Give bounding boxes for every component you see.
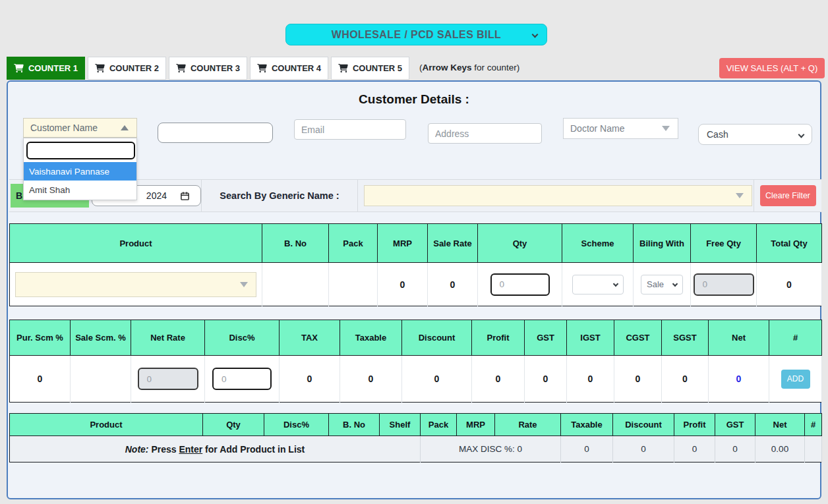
max-disc-cell: MAX DISC %: 0 (421, 436, 561, 462)
tab-counter-2[interactable]: COUNTER 2 (88, 57, 166, 80)
cgst-cell: 0 (614, 356, 662, 403)
tab-label: COUNTER 5 (353, 63, 402, 73)
triangle-up-icon (121, 125, 129, 130)
free-qty-input[interactable] (694, 273, 754, 296)
total-gst-cell: 0 (715, 436, 755, 462)
qty-cell (478, 263, 562, 306)
col-qty: Qty (203, 414, 264, 436)
tab-label: COUNTER 1 (28, 63, 78, 73)
generic-label-cell: Search By Generic Name : (202, 180, 358, 211)
col-disc: Disc% (205, 320, 280, 356)
pack-cell (329, 263, 378, 306)
pur-scm-cell: 0 (10, 356, 71, 403)
cart-icon (338, 64, 348, 72)
mrp-cell: 0 (378, 263, 428, 306)
tab-label: COUNTER 4 (272, 63, 321, 73)
col-pur-scm: Pur. Scm % (10, 320, 71, 356)
sale-scm-cell (71, 356, 131, 403)
customer-option-highlighted[interactable]: Vaishanavi Pannase (24, 162, 136, 181)
customer-details-heading: Customer Details : (8, 92, 820, 107)
tab-counter-1[interactable]: COUNTER 1 (7, 57, 85, 80)
customer-name-dropdown[interactable]: Customer Name (23, 118, 137, 138)
col-taxable: Taxable (340, 320, 402, 356)
biling-with-cell: Sale (634, 263, 691, 306)
sales-bill-page: WHOLESALE / PCD SALES BILL COUNTER 1 COU… (0, 0, 828, 504)
scheme-select[interactable] (572, 275, 624, 294)
net-rate-input[interactable] (138, 368, 198, 390)
chevron-down-icon (672, 281, 678, 286)
chevron-down-icon (612, 281, 618, 286)
col-taxable: Taxable (561, 414, 613, 436)
col-igst: IGST (567, 320, 614, 356)
col-discount: Discount (613, 414, 674, 436)
col-disc: Disc% (264, 414, 329, 436)
col-sgst: SGST (662, 320, 709, 356)
enter-key-label: Enter (179, 444, 202, 455)
tax-cell: 0 (280, 356, 340, 403)
total-qty-cell: 0 (757, 263, 822, 306)
note-cell: Note: Press Enter for Add Product in Lis… (10, 436, 421, 462)
tab-counter-3[interactable]: COUNTER 3 (169, 57, 247, 80)
tab-counter-5[interactable]: COUNTER 5 (331, 57, 409, 80)
tab-counter-4[interactable]: COUNTER 4 (250, 57, 328, 80)
col-net-rate: Net Rate (131, 320, 205, 356)
taxable-cell: 0 (340, 356, 402, 403)
chevron-down-icon (798, 131, 805, 138)
product-select-dropdown[interactable] (15, 272, 256, 297)
add-button[interactable]: ADD (781, 370, 810, 389)
total-net-cell: 0.00 (755, 436, 805, 462)
col-total-qty: Total Qty (757, 224, 822, 263)
table-row: 0 0 Sale (10, 263, 822, 306)
disc-input[interactable] (212, 368, 272, 390)
counter-tabs: COUNTER 1 COUNTER 2 COUNTER 3 COUNTER 4 … (7, 57, 409, 80)
triangle-down-icon (736, 193, 744, 198)
col-cgst: CGST (614, 320, 662, 356)
customer-name-input[interactable] (158, 123, 273, 143)
sale-rate-cell: 0 (428, 263, 478, 306)
col-biling-with: Biling With (634, 224, 691, 263)
triangle-down-icon (662, 126, 670, 131)
product-entry-table: Product B. No Pack MRP Sale Rate Qty Sch… (9, 223, 822, 306)
b-no-cell (262, 263, 329, 306)
calendar-icon[interactable] (180, 191, 190, 201)
clear-filter-button[interactable]: Cleare Filter (760, 185, 816, 206)
counter-keys-hint: (Arrow Keys for counter) (419, 63, 519, 72)
table-footer-row: Note: Press Enter for Add Product in Lis… (10, 436, 822, 462)
col-rate: Rate (495, 414, 561, 436)
table-header-row: Product Qty Disc% B. No Shelf Pack MRP R… (10, 414, 822, 436)
chevron-down-icon (532, 32, 539, 38)
product-list-table: Product Qty Disc% B. No Shelf Pack MRP R… (9, 413, 822, 462)
col-net: Net (755, 414, 805, 436)
col-profit: Profit (472, 320, 525, 356)
col-b-no: B. No (329, 414, 380, 436)
col-mrp: MRP (378, 224, 428, 263)
note-label: Note: (125, 444, 149, 455)
customer-search-input[interactable] (26, 142, 135, 159)
cart-icon (176, 64, 186, 72)
free-qty-cell (691, 263, 757, 306)
address-field[interactable] (428, 123, 542, 144)
col-qty: Qty (478, 224, 562, 263)
col-product: Product (10, 224, 262, 263)
total-taxable-cell: 0 (561, 436, 613, 462)
bill-type-select[interactable]: WHOLESALE / PCD SALES BILL (285, 24, 547, 45)
view-sales-button[interactable]: VIEW SALES (ALT + Q) (719, 58, 825, 78)
generic-name-dropdown[interactable] (364, 185, 752, 206)
payment-type-select[interactable]: Cash (698, 124, 812, 145)
igst-cell: 0 (567, 356, 614, 403)
net-rate-cell (131, 356, 205, 403)
qty-input[interactable] (490, 273, 550, 296)
generic-dropdown-cell (358, 180, 754, 211)
biling-with-select[interactable]: Sale (641, 275, 683, 294)
col-net: Net (709, 320, 769, 356)
doctor-name-dropdown[interactable]: Doctor Name (563, 118, 678, 139)
col-gst: GST (715, 414, 755, 436)
col-product: Product (10, 414, 203, 436)
email-field[interactable] (294, 119, 406, 140)
total-profit-cell: 0 (674, 436, 715, 462)
discount-cell: 0 (402, 356, 472, 403)
col-mrp: MRP (457, 414, 495, 436)
customer-option[interactable]: Amit Shah (24, 181, 136, 199)
add-cell: ADD (769, 356, 822, 403)
total-discount-cell: 0 (613, 436, 674, 462)
